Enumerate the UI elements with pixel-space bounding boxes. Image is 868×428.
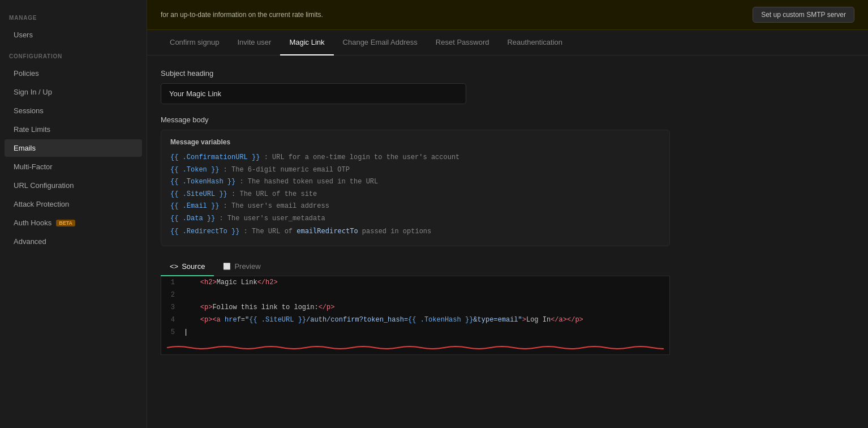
sidebar-item-sessions[interactable]: Sessions [5, 102, 142, 119]
smtp-button[interactable]: Set up custom SMTP server [753, 7, 854, 23]
code-line-5: 5 [161, 326, 669, 339]
code-line-1: 1 <h2>Magic Link</h2> [161, 276, 669, 289]
preview-tab-label: Preview [234, 262, 260, 271]
sidebar-item-label: Attack Protection [14, 200, 69, 208]
email-tab-nav: Confirm signup Invite user Magic Link Ch… [147, 30, 868, 55]
tab-preview[interactable]: ⬜ Preview [214, 258, 269, 276]
sidebar-item-label: Auth Hooks [14, 219, 51, 227]
sidebar-item-label: Advanced [14, 237, 46, 246]
tab-reset-password[interactable]: Reset Password [427, 30, 499, 55]
top-bar: for an up-to-date information on the cur… [147, 0, 868, 30]
sidebar-item-users[interactable]: Users [5, 26, 142, 44]
variable-line-6: {{ .RedirectTo }} : The URL of emailRedi… [170, 225, 660, 238]
top-bar-text: for an up-to-date information on the cur… [161, 11, 323, 19]
sidebar-item-label: URL Configuration [14, 181, 74, 190]
variable-line-1: {{ .Token }} : The 6-digit numeric email… [170, 164, 660, 177]
main-content: for an up-to-date information on the cur… [147, 0, 868, 428]
sidebar-item-label: Rate Limits [14, 125, 50, 134]
tab-confirm-signup[interactable]: Confirm signup [161, 30, 228, 55]
sidebar: MANAGE Users CONFIGURATION Policies Sign… [0, 0, 147, 428]
code-editor[interactable]: 1 <h2>Magic Link</h2> 2 3 <p>Follow this… [161, 276, 670, 355]
variable-line-3: {{ .SiteURL }} : The URL of the site [170, 189, 660, 201]
sidebar-item-attack-protection[interactable]: Attack Protection [5, 195, 142, 213]
tab-invite-user[interactable]: Invite user [228, 30, 280, 55]
variable-line-2: {{ .TokenHash }} : The hashed token used… [170, 176, 660, 189]
sidebar-item-emails[interactable]: Emails [5, 139, 142, 157]
message-body-label: Message body [161, 115, 854, 124]
config-section-label: CONFIGURATION [0, 44, 147, 64]
variable-line-0: {{ .ConfirmationURL }} : URL for a one-t… [170, 152, 660, 164]
source-code-icon: <> [170, 262, 178, 271]
subject-input[interactable] [161, 83, 466, 104]
squiggle-svg [167, 345, 664, 350]
sidebar-item-url-configuration[interactable]: URL Configuration [5, 177, 142, 194]
sidebar-item-label: Sessions [14, 106, 44, 115]
variables-title: Message variables [170, 138, 660, 146]
tab-change-email[interactable]: Change Email Address [334, 30, 427, 55]
sidebar-item-advanced[interactable]: Advanced [5, 233, 142, 250]
variable-line-5: {{ .Data }} : The user's user_metadata [170, 213, 660, 225]
tab-source[interactable]: <> Source [161, 258, 214, 276]
sidebar-item-policies[interactable]: Policies [5, 65, 142, 82]
tab-magic-link[interactable]: Magic Link [280, 30, 333, 55]
squiggle-container [167, 339, 664, 354]
subject-label: Subject heading [161, 69, 854, 78]
sidebar-item-label: Emails [14, 144, 36, 152]
sidebar-item-auth-hooks[interactable]: Auth Hooks BETA [5, 214, 142, 232]
beta-badge: BETA [56, 220, 75, 226]
code-line-2: 2 [161, 289, 669, 301]
tab-reauthentication[interactable]: Reauthentication [498, 30, 571, 55]
sidebar-item-signin[interactable]: Sign In / Up [5, 83, 142, 101]
sidebar-item-label: Policies [14, 69, 39, 78]
code-line-3: 3 <p>Follow this link to login:</p> [161, 301, 669, 314]
sidebar-item-label: Sign In / Up [14, 88, 52, 96]
variables-box: Message variables {{ .ConfirmationURL }}… [161, 130, 670, 246]
sidebar-item-label: Multi-Factor [14, 162, 53, 171]
preview-icon: ⬜ [223, 263, 231, 270]
code-line-4: 4 <p><a href="{{ .SiteURL }}/auth/confir… [161, 314, 669, 326]
sidebar-item-rate-limits[interactable]: Rate Limits [5, 121, 142, 138]
editor-tabs: <> Source ⬜ Preview [161, 258, 670, 276]
sidebar-item-multi-factor[interactable]: Multi-Factor [5, 158, 142, 176]
manage-section-label: MANAGE [0, 6, 147, 25]
sidebar-item-label: Users [14, 31, 33, 39]
variable-line-4: {{ .Email }} : The user's email address [170, 200, 660, 213]
source-tab-label: Source [182, 262, 205, 271]
content-area: Subject heading Message body Message var… [147, 55, 868, 428]
